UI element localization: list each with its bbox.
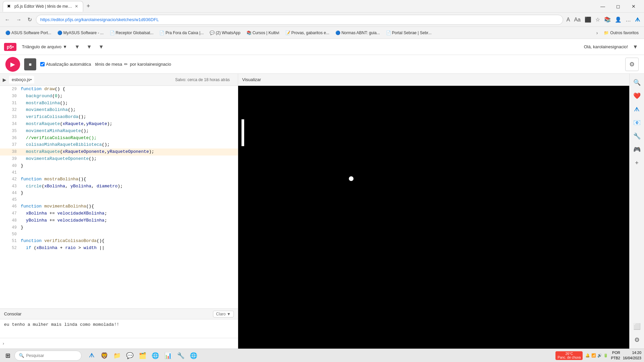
editor-topbar: p5• Triângulo de arquivo ▼ ▼ ▼ ▼ Olá, ka… (0, 39, 644, 55)
console-theme-selector[interactable]: Claro ▼ (213, 311, 234, 317)
taskbar-explorer-app[interactable]: 📁 (111, 350, 123, 362)
taskbar-edge-app[interactable]: ᗑ (86, 350, 98, 362)
wifi-icon[interactable]: 📶 (591, 353, 596, 358)
taskbar-browser-app2[interactable]: 🌐 (149, 350, 161, 362)
code-line-35: 35 movimentaMinhaRaquete(); (0, 128, 238, 135)
taskbar-chrome-app[interactable]: 🌐 (187, 350, 200, 362)
taskbar-system-icons: 🔔 📶 🔊 🔋 (585, 353, 608, 358)
collections-icon[interactable]: 📚 (603, 15, 612, 24)
refresh-button[interactable]: ↻ (25, 15, 34, 24)
volume-icon[interactable]: 🔊 (597, 353, 602, 358)
forward-button[interactable]: → (14, 15, 23, 24)
start-button[interactable]: ⊞ (3, 351, 13, 361)
sidebar-game-icon[interactable]: 🎮 (631, 143, 643, 156)
bookmark-label: (2) WhatsApp (216, 31, 240, 35)
bookmark-normas[interactable]: 🔵 Normas ABNT: guia... (333, 29, 383, 37)
sidebar-settings-small-icon[interactable]: ⚙ (631, 334, 643, 346)
reader-icon[interactable]: Aa (573, 15, 582, 24)
sidebar-outlook-icon[interactable]: 📧 (631, 117, 643, 129)
bookmark-favicon: 📄 (159, 31, 164, 35)
bookmark-sebrae[interactable]: 📄 Portal Sebrae | Sebr... (383, 29, 434, 37)
code-line-44: 44 } (0, 190, 238, 197)
taskbar-right: 26°C Panc. de chuva 🔔 📶 🔊 🔋 POR PTB2 14:… (555, 350, 641, 361)
console-text: eu tenho a mulher mais linda como momola… (4, 322, 119, 327)
bookmark-outros[interactable]: 📁 Outros favoritos (601, 29, 641, 37)
sidebar-heart-icon[interactable]: ❤️ (631, 90, 643, 102)
menu-arrow-2[interactable]: ▼ (85, 43, 94, 51)
bookmark-favicon: 📚 (247, 31, 251, 35)
weather-desc: Panc. de chuva (557, 356, 581, 359)
more-tools-icon[interactable]: … (624, 15, 632, 24)
bookmark-receptor[interactable]: 📄 Receptor Globalsat... (107, 29, 156, 37)
profile-icon[interactable]: 👤 (613, 15, 623, 24)
play-button[interactable]: ▶ (5, 57, 20, 72)
canvas-ball (349, 176, 354, 181)
sidebar-tools-icon[interactable]: 🔧 (631, 130, 643, 142)
bookmark-label: Portal Sebrae | Sebr... (392, 31, 432, 35)
whatsapp-favicon: 💬 (210, 31, 214, 35)
edge-icon[interactable]: ᗑ (634, 15, 641, 24)
taskbar-chat-app[interactable]: 💬 (124, 350, 136, 362)
language-text: POR PTB2 (611, 350, 620, 361)
preview-header: Visualizar (238, 74, 629, 86)
user-dropdown[interactable]: ▼ (631, 43, 640, 51)
taskbar-brave-app[interactable]: 🦁 (98, 350, 110, 362)
close-button[interactable]: ✕ (626, 1, 641, 12)
new-tab-button[interactable]: + (84, 1, 93, 11)
taskbar-files-app[interactable]: 🗂️ (137, 350, 149, 362)
taskbar-search-box[interactable]: 🔍 (14, 351, 82, 361)
maximize-button[interactable]: ◻ (610, 1, 626, 12)
bookmark-whatsapp[interactable]: 💬 (2) WhatsApp (207, 29, 243, 37)
code-line-46: 46 function movimentaBolinha(){ (0, 203, 238, 210)
bookmark-folder-label: Outros favoritos (610, 31, 639, 35)
code-line-30: 30 background(0); (0, 93, 238, 100)
sidebar-search-icon[interactable]: 🔍 (631, 76, 643, 88)
file-tab-label[interactable]: esboço.js• (9, 76, 34, 83)
taskbar-app6[interactable]: 📊 (162, 350, 174, 362)
sketch-name-area: tênis de mesa ✏ por karolainesignacio (95, 62, 171, 67)
sidebar-add-icon[interactable]: + (631, 157, 643, 169)
code-line-32: 32 movimentaBolinha(); (0, 107, 238, 114)
address-input[interactable] (36, 15, 563, 25)
file-menu[interactable]: Triângulo de arquivo ▼ (19, 43, 70, 51)
collapse-button[interactable]: ▶ (3, 77, 6, 82)
auto-refresh-input[interactable] (40, 62, 45, 66)
menu-arrow-1[interactable]: ▼ (72, 43, 82, 51)
notification-icon[interactable]: 🔔 (585, 353, 590, 358)
settings-button[interactable]: ⚙ (625, 58, 639, 71)
edit-icon[interactable]: ✏ (124, 62, 128, 67)
taskbar-app7[interactable]: 🔧 (175, 350, 187, 362)
tab-close-btn[interactable]: ✕ (74, 3, 79, 9)
code-line-40: 40 } (0, 163, 238, 170)
console-output: eu tenho a mulher mais linda como momola… (0, 319, 238, 338)
translate-icon[interactable]: A (565, 15, 572, 24)
p5-logo[interactable]: p5• (4, 43, 16, 51)
bookmark-favicon: 🔵 (335, 31, 340, 35)
code-editor[interactable]: 29 function draw() { 30 background(0); 3… (0, 86, 238, 308)
auto-refresh-checkbox[interactable]: Atualização automática (40, 62, 91, 67)
taskbar-datetime[interactable]: 14:20 16/04/2023 (623, 350, 641, 361)
bookmark-favicon: 🔵 (5, 31, 10, 35)
sidebar-edge-icon[interactable]: ᗑ (631, 103, 643, 115)
sidebar-expand-icon[interactable]: ⬜ (631, 320, 643, 333)
taskbar-apps: ᗑ 🦁 📁 💬 🗂️ 🌐 📊 🔧 🌐 (86, 350, 200, 362)
extension-icon[interactable]: ⬛ (583, 15, 593, 24)
taskbar-search-input[interactable] (26, 353, 73, 358)
bookmark-myasus[interactable]: 🔵 MyASUS Software - ... (55, 29, 106, 37)
stop-button[interactable]: ■ (24, 58, 36, 70)
bookmark-prafora[interactable]: 📄 Pra Fora da Caixa |... (157, 29, 206, 37)
bookmark-asus-software[interactable]: 🔵 ASUS Software Port... (3, 29, 54, 37)
taskbar-clock[interactable]: POR PTB2 (611, 350, 620, 361)
active-tab[interactable]: ✖ p5.js Editor Web | tênis de mesa ✕ (3, 1, 83, 12)
favorites-icon[interactable]: ☆ (594, 15, 601, 24)
bookmark-kultivi[interactable]: 📚 Cursos | Kultivi (244, 29, 282, 37)
greeting-text: Olá, karolainesignacio! (584, 44, 628, 49)
bookmarks-more-button[interactable]: › (594, 29, 600, 37)
bookmark-provas[interactable]: 📝 Provas, gabaritos e... (283, 29, 332, 37)
code-panel-header: ▶ esboço.js• Salvo: cerca de 18 horas at… (0, 74, 238, 86)
minimize-button[interactable]: — (595, 1, 610, 12)
address-bar-row: ← → ↻ A Aa ⬛ ☆ 📚 👤 … ᗑ (0, 13, 644, 27)
menu-arrow-3[interactable]: ▼ (97, 43, 106, 51)
battery-icon[interactable]: 🔋 (603, 353, 608, 358)
back-button[interactable]: ← (3, 15, 12, 24)
